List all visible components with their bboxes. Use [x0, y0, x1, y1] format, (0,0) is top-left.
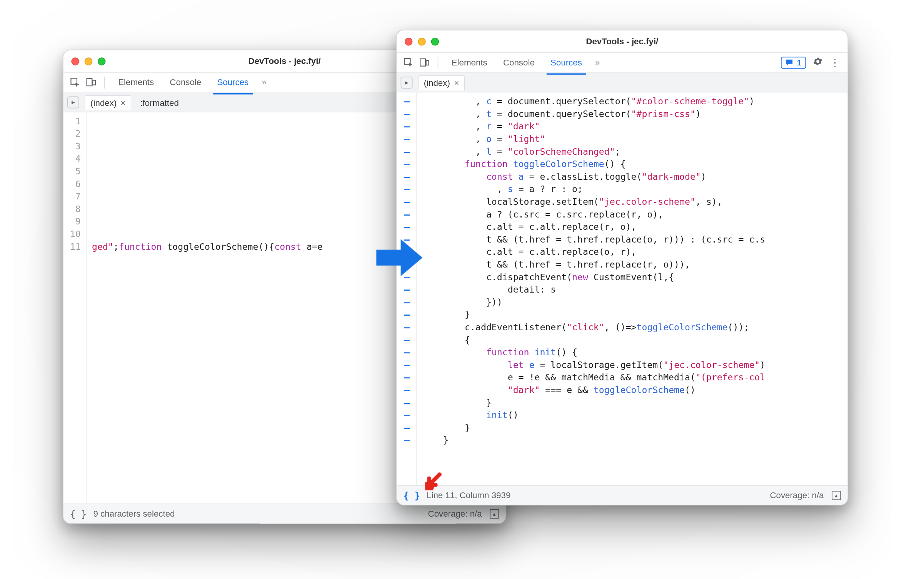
pretty-print-icon[interactable]: { } [70, 508, 87, 519]
status-bar: { } Line 11, Column 3939 Coverage: n/a ▴ [397, 485, 847, 505]
inspect-icon[interactable] [70, 77, 80, 87]
line-gutter: –––––––––––––––––––––––––––– [397, 92, 416, 485]
file-tab-index[interactable]: (index) × [418, 75, 465, 90]
file-tab-label: (index) [90, 98, 117, 108]
file-tab-formatted[interactable]: :formatted [134, 95, 185, 110]
tab-elements[interactable]: Elements [446, 55, 492, 70]
file-tab-bar: ▸ (index) × [397, 73, 847, 92]
tab-sources[interactable]: Sources [545, 55, 587, 70]
svg-rect-4 [420, 59, 425, 66]
svg-rect-5 [426, 60, 429, 65]
coverage-label: Coverage: n/a [770, 490, 824, 500]
issues-badge[interactable]: 1 [781, 57, 806, 69]
device-mode-icon[interactable] [419, 57, 430, 68]
tab-console[interactable]: Console [165, 75, 207, 90]
svg-rect-2 [93, 80, 95, 85]
tabs-overflow-icon[interactable]: » [592, 57, 602, 67]
code-content[interactable]: ged";function toggleColorScheme(){const … [87, 112, 327, 504]
device-mode-icon[interactable] [86, 77, 96, 87]
file-tab-label: (index) [424, 78, 450, 88]
expand-icon[interactable]: ▴ [832, 490, 841, 500]
arrow-annotation-icon [373, 231, 426, 284]
close-tab-icon[interactable]: × [454, 78, 459, 88]
tab-sources[interactable]: Sources [212, 75, 254, 90]
coverage-label: Coverage: n/a [428, 509, 482, 519]
close-tab-icon[interactable]: × [121, 98, 126, 108]
pretty-print-icon[interactable]: { } [403, 490, 420, 500]
svg-rect-1 [87, 79, 92, 86]
settings-icon[interactable] [812, 56, 823, 69]
status-message: 9 characters selected [93, 509, 175, 519]
expand-icon[interactable]: ▴ [490, 509, 499, 518]
code-editor[interactable]: –––––––––––––––––––––––––––– , c = docum… [397, 92, 847, 485]
devtools-window-right: DevTools - jec.fyi/ Elements Console Sou… [396, 30, 848, 505]
code-content[interactable]: , c = document.querySelector("#color-sch… [417, 92, 769, 485]
file-tab-index[interactable]: (index) × [85, 95, 132, 110]
titlebar[interactable]: DevTools - jec.fyi/ [397, 30, 847, 53]
line-gutter: 1234567891011 [63, 112, 87, 504]
window-title: DevTools - jec.fyi/ [397, 36, 847, 46]
issues-count: 1 [797, 58, 801, 67]
inspect-icon[interactable] [403, 57, 414, 68]
kebab-menu-icon[interactable]: ⋮ [830, 56, 841, 69]
tabs-overflow-icon[interactable]: » [259, 77, 269, 87]
devtools-toolbar: Elements Console Sources » 1 ⋮ [397, 53, 847, 72]
file-tab-label: :formatted [140, 98, 178, 108]
navigator-toggle-icon[interactable]: ▸ [67, 96, 79, 108]
arrow-annotation-icon [421, 470, 445, 494]
status-bar: { } 9 characters selected Coverage: n/a … [63, 504, 506, 523]
tab-console[interactable]: Console [498, 55, 540, 70]
navigator-toggle-icon[interactable]: ▸ [401, 76, 413, 88]
tab-elements[interactable]: Elements [113, 75, 159, 90]
